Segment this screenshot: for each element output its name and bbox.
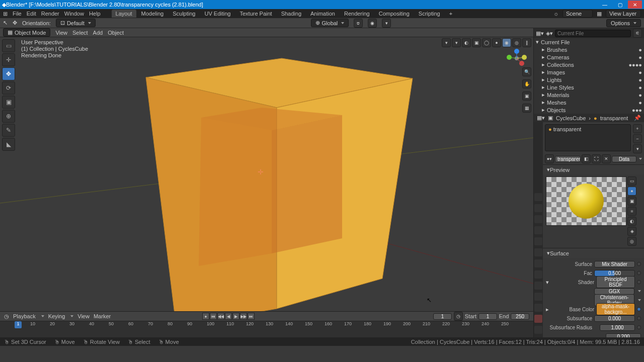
out-collections[interactable]: Collections [547, 62, 574, 68]
pv-flat-icon[interactable]: ▭ [627, 176, 636, 186]
ptab-physics[interactable] [534, 282, 542, 290]
dist-ggx[interactable]: GGX [594, 288, 634, 295]
pv-cloth-icon[interactable]: ◈ [627, 227, 636, 236]
out-images[interactable]: Images [547, 69, 565, 75]
snap-icon[interactable]: ʊ [354, 19, 363, 28]
menu-window[interactable]: Window [64, 11, 84, 17]
transform-space[interactable]: ⊕Global [311, 19, 349, 27]
ptab-render[interactable] [534, 193, 542, 201]
ptab-world[interactable] [534, 237, 542, 245]
tool-transform[interactable]: ⊕ [2, 110, 15, 123]
filter-icon[interactable]: ⚟ [633, 29, 642, 38]
tool-annotate[interactable]: ✎ [2, 124, 15, 137]
outliner-search[interactable] [555, 30, 631, 37]
minimize-button[interactable]: — [598, 1, 612, 9]
blender-menu-icon[interactable]: ⊞ [3, 11, 8, 17]
frame-end[interactable]: 250 [511, 313, 529, 320]
ptab-material[interactable] [534, 315, 542, 323]
mat-unlink-icon[interactable]: ✕ [602, 154, 611, 163]
ptab-data[interactable] [534, 304, 542, 312]
next-key-icon[interactable]: ▶▶ [240, 313, 247, 320]
menu-render[interactable]: Render [41, 11, 59, 17]
out-brushes[interactable]: Brushes [547, 47, 567, 53]
tab-animation[interactable]: Animation [306, 10, 339, 18]
menu-add[interactable]: Add [93, 30, 103, 36]
menu-object[interactable]: Object [108, 30, 124, 36]
mat-users-icon[interactable]: ⛶ [592, 154, 601, 163]
outliner-display-icon[interactable]: ◈▾ [546, 30, 553, 37]
vp-gizmo-icon[interactable]: ▾ [452, 38, 461, 47]
persp-icon[interactable]: ▦ [522, 104, 531, 113]
out-lights[interactable]: Lights [547, 77, 561, 83]
prop-edit-icon[interactable]: ◉ [368, 19, 377, 28]
out-materials[interactable]: Materials [547, 92, 570, 98]
slot-add-icon[interactable]: + [633, 124, 642, 133]
surface-shader[interactable]: Mix Shader [594, 261, 635, 267]
outliner[interactable]: ▾Current File ▸Brushes● ▸Cameras● ▸Colle… [534, 38, 644, 114]
ptab-constraints[interactable] [534, 293, 542, 301]
subsurface-val[interactable]: 0.000 [594, 315, 635, 322]
camera-icon[interactable]: ▣ [522, 92, 531, 101]
shading-solid-icon[interactable]: ● [492, 38, 501, 47]
tab-texture[interactable]: Texture Paint [235, 10, 276, 18]
play-icon[interactable]: ▶ [232, 313, 239, 320]
menu-view[interactable]: View [55, 30, 67, 36]
tool-rotate[interactable]: ⟳ [2, 81, 15, 95]
ptab-output[interactable] [534, 204, 542, 212]
vp-xray-icon[interactable]: ▣ [472, 38, 481, 47]
viewlayer-field[interactable]: View Layer [606, 10, 641, 18]
pv-sphere-icon[interactable]: ● [627, 187, 636, 196]
ptab-particles[interactable] [534, 270, 542, 279]
jump-start-icon[interactable]: ⏮ [210, 313, 217, 320]
shading-rendered-icon[interactable]: ◎ [512, 38, 521, 47]
viewport-3d[interactable]: ▭ ✛ ✥ ⟳ ▣ ⊕ ✎ ◣ User Perspective (1) Col… [0, 37, 533, 311]
zoom-icon[interactable]: 🔍 [522, 67, 531, 76]
node-socket[interactable] [637, 262, 641, 266]
tab-compositing[interactable]: Compositing [375, 10, 414, 18]
slot-remove-icon[interactable]: − [633, 134, 642, 143]
menu-help[interactable]: Help [89, 11, 101, 17]
tab-modeling[interactable]: Modeling [137, 10, 168, 18]
hand-icon[interactable]: ✋ [522, 79, 531, 88]
mat-nodes-icon[interactable]: ◧ [582, 154, 591, 163]
ssr-1[interactable]: 1.000 [600, 324, 635, 331]
ptab-viewlayer[interactable] [534, 215, 542, 223]
bc-material[interactable]: transparent [600, 115, 628, 121]
prev-key-icon[interactable]: ◀◀ [217, 313, 224, 320]
maximize-button[interactable]: ▢ [613, 1, 627, 9]
playhead[interactable]: 1 [15, 321, 22, 328]
tool-scale[interactable]: ▣ [2, 96, 15, 109]
mat-link[interactable]: Data [612, 156, 636, 162]
mode-dropdown[interactable]: ▦Object Mode [3, 28, 50, 37]
arrow-icon[interactable]: ↖ [3, 20, 8, 26]
material-slot[interactable]: ● transparent [545, 124, 631, 151]
autokey-icon[interactable]: ● [202, 313, 209, 320]
pv-fluid-icon[interactable]: ◎ [627, 237, 636, 246]
outliner-mode-icon[interactable]: ▦▾ [536, 30, 544, 37]
fac-slider[interactable]: 0.500 [594, 270, 635, 277]
tl-marker[interactable]: Marker [94, 313, 111, 319]
tab-uv[interactable]: UV Editing [200, 10, 234, 18]
editor-icon[interactable]: ▦▾ [537, 115, 545, 121]
out-objects[interactable]: Objects [547, 107, 566, 113]
close-button[interactable]: ✕ [628, 1, 642, 9]
tab-scripting[interactable]: Scripting [415, 10, 444, 18]
mat-browse-icon[interactable]: ●▾ [545, 154, 554, 163]
timeline-icon[interactable]: ◷ [4, 313, 9, 320]
ptab-object[interactable] [534, 248, 542, 256]
slot-menu-icon[interactable]: ▾ [633, 144, 642, 153]
ptab-scene[interactable] [534, 226, 542, 234]
pause-icon[interactable]: ‖ [522, 38, 531, 47]
timeline-track[interactable]: 1 10203040506070809010011012013014015016… [0, 321, 533, 337]
tl-playback[interactable]: Playback [13, 313, 36, 319]
options-dropdown[interactable]: Options [606, 19, 641, 27]
pv-cube-icon[interactable]: ▣ [627, 197, 636, 206]
preview-header[interactable]: ▾ Preview [543, 164, 644, 174]
menu-select[interactable]: Select [72, 30, 88, 36]
tl-view[interactable]: View [77, 313, 90, 319]
shading-wire-icon[interactable]: ◯ [482, 38, 491, 47]
orientation-dropdown[interactable]: ⊡Default [56, 19, 96, 27]
shader-type[interactable]: Principled BSDF [596, 276, 635, 288]
pv-hair-icon[interactable]: ≡ [627, 207, 636, 216]
tool-measure[interactable]: ◣ [2, 138, 15, 151]
